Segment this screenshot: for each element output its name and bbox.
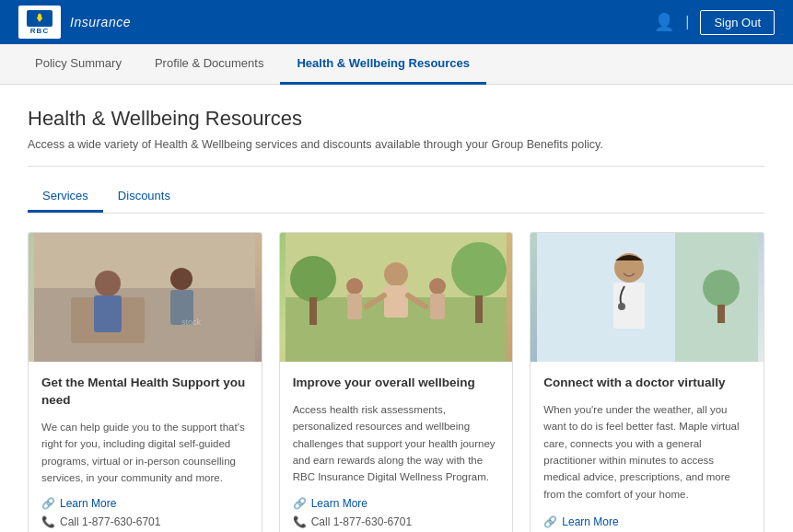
tab-services[interactable]: Services [28, 181, 103, 213]
card-title-2: Improve your overall wellbeing [293, 375, 500, 392]
card-mental-health: stock Get the Mental Health Support you … [28, 232, 262, 532]
phone-link-1[interactable]: 📞 Call 1-877-630-6701 [41, 515, 249, 528]
svg-point-8 [170, 268, 192, 290]
header-right: 👤 | Sign Out [654, 10, 775, 35]
card-image-3 [531, 233, 764, 362]
rbc-lion-icon [27, 10, 52, 27]
card-links-2: 🔗 Learn More 📞 Call 1-877-630-6701 [293, 497, 500, 528]
card-desc-3: When you're under the weather, all you w… [543, 401, 751, 504]
phone-icon-2: 📞 [293, 515, 307, 528]
phone-label-2: Call 1-877-630-6701 [311, 515, 412, 528]
svg-rect-24 [430, 294, 445, 319]
svg-rect-31 [613, 283, 645, 329]
card-desc-2: Access health risk assessments, personal… [293, 401, 500, 486]
card-links-1: 🔗 Learn More 📞 Call 1-877-630-6701 [41, 497, 249, 528]
learn-more-link-2[interactable]: 🔗 Learn More [293, 497, 500, 510]
svg-point-32 [618, 303, 625, 310]
cards-container: stock Get the Mental Health Support you … [28, 232, 764, 532]
page-subtitle: Access a wide variety of Health & Wellbe… [28, 138, 764, 167]
phone-link-2[interactable]: 📞 Call 1-877-630-6701 [293, 515, 500, 528]
content-tabs: Services Discounts [28, 181, 764, 214]
header-divider: | [685, 14, 689, 30]
card-body-2: Improve your overall wellbeing Access he… [280, 362, 513, 532]
svg-text:stock: stock [181, 318, 202, 327]
nav-policy-summary[interactable]: Policy Summary [18, 44, 138, 85]
svg-rect-18 [384, 285, 408, 318]
svg-point-17 [384, 262, 408, 286]
card-virtual-doctor: Connect with a doctor virtually When you… [530, 232, 764, 532]
brand-name: Insurance [70, 15, 131, 29]
nav-profile-documents[interactable]: Profile & Documents [138, 44, 281, 85]
learn-more-link-3[interactable]: 🔗 Learn More [543, 515, 751, 528]
svg-point-28 [703, 270, 740, 306]
signout-button[interactable]: Sign Out [700, 10, 775, 35]
learn-more-label-2: Learn More [311, 497, 367, 510]
user-icon: 👤 [654, 12, 674, 32]
header: RBC Insurance 👤 | Sign Out [0, 0, 793, 44]
card-body-1: Get the Mental Health Support you need W… [29, 362, 262, 532]
card-body-3: Connect with a doctor virtually When you… [531, 362, 764, 532]
card-title-3: Connect with a doctor virtually [543, 375, 751, 392]
rbc-logo: RBC [18, 6, 61, 39]
external-link-icon-2: 🔗 [293, 497, 307, 510]
svg-point-13 [290, 256, 336, 302]
svg-point-21 [346, 278, 363, 295]
external-link-icon-1: 🔗 [41, 497, 55, 510]
nav-health-wellbeing[interactable]: Health & Wellbeing Resources [280, 44, 486, 85]
learn-more-label-3: Learn More [562, 515, 618, 528]
tab-discounts[interactable]: Discounts [103, 181, 185, 213]
rbc-text: RBC [30, 27, 49, 35]
main-navigation: Policy Summary Profile & Documents Healt… [0, 44, 793, 85]
card-wellbeing: Improve your overall wellbeing Access he… [279, 232, 514, 532]
card-image-1: stock [29, 233, 262, 362]
main-content: Health & Wellbeing Resources Access a wi… [0, 85, 792, 532]
learn-more-link-1[interactable]: 🔗 Learn More [41, 497, 249, 510]
phone-label-1: Call 1-877-630-6701 [60, 515, 160, 528]
svg-rect-29 [717, 305, 725, 323]
svg-point-6 [95, 271, 121, 296]
card-image-2 [280, 233, 513, 362]
svg-rect-22 [347, 294, 362, 319]
card-desc-1: We can help guide you to the support tha… [41, 419, 249, 487]
external-link-icon-3: 🔗 [543, 515, 557, 528]
card-title-1: Get the Mental Health Support you need [41, 375, 249, 410]
svg-point-23 [429, 278, 446, 295]
card-links-3: 🔗 Learn More [543, 515, 751, 528]
svg-rect-14 [309, 297, 317, 325]
svg-rect-7 [94, 295, 122, 332]
learn-more-label-1: Learn More [60, 497, 116, 510]
svg-point-15 [451, 242, 507, 297]
svg-rect-16 [475, 295, 483, 323]
header-left: RBC Insurance [18, 6, 131, 39]
page-title: Health & Wellbeing Resources [28, 107, 764, 131]
phone-icon-1: 📞 [41, 515, 55, 528]
svg-point-2 [38, 14, 41, 17]
